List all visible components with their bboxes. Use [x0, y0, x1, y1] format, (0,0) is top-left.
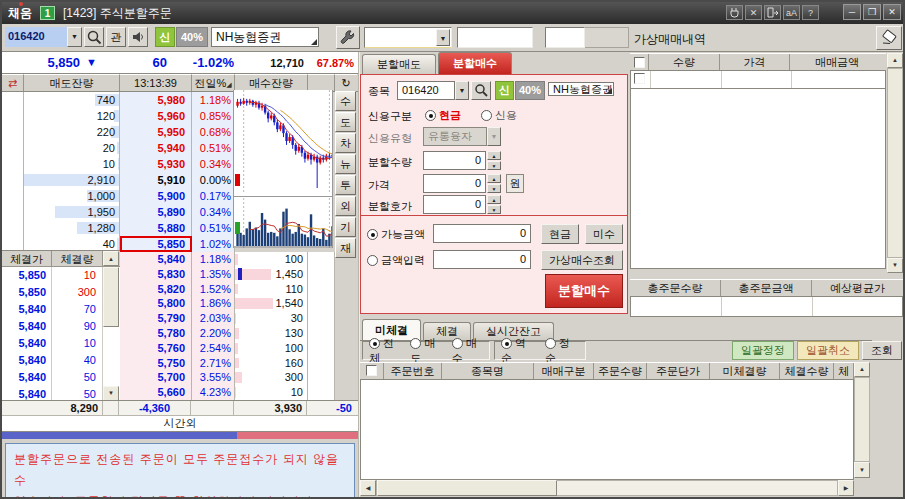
minimize-button[interactable]: ─: [843, 4, 861, 20]
refresh-icon[interactable]: ↻: [335, 74, 357, 91]
unfilled-col-매매구분[interactable]: 매매구분: [534, 363, 594, 379]
bid-qty-cell[interactable]: 100: [235, 252, 308, 267]
misu-button[interactable]: 미수: [585, 224, 623, 244]
unfilled-col-미체결량[interactable]: 미체결량: [710, 363, 780, 379]
side-tab-도[interactable]: 도: [335, 112, 356, 132]
bid-qty-cell[interactable]: 1,540: [235, 296, 308, 311]
unfilled-col-종목명[interactable]: 종목명: [442, 363, 534, 379]
pin-icon[interactable]: [726, 5, 743, 20]
ask-qty-cell[interactable]: 2,910: [24, 172, 120, 188]
split-qty-up[interactable]: ▲: [487, 151, 501, 160]
amount-input[interactable]: 0: [433, 250, 531, 269]
credit-radio[interactable]: 신용: [481, 108, 517, 123]
form-code-input[interactable]: 016420: [397, 81, 455, 100]
unfilled-scroll-up[interactable]: ▲: [854, 362, 870, 377]
side-tab-차[interactable]: 차: [335, 133, 356, 153]
bid-qty-cell[interactable]: 100: [235, 341, 308, 356]
조회-button[interactable]: 조회: [862, 341, 902, 360]
unfilled-scrollbar-track[interactable]: [854, 377, 870, 462]
unfilled-scroll-right[interactable]: ▶: [838, 480, 854, 496]
price-up[interactable]: ▲: [487, 174, 501, 183]
price-down[interactable]: ▼: [487, 184, 501, 193]
unfilled-col-체결수량[interactable]: 체결수량: [780, 363, 834, 379]
bid-price-cell[interactable]: 5,760: [120, 341, 192, 356]
bid-price-cell[interactable]: 5,750: [120, 356, 192, 371]
radio-전체[interactable]: 전체: [369, 336, 400, 366]
일괄취소-button[interactable]: 일괄취소: [797, 341, 859, 360]
split-hoga-down[interactable]: ▼: [487, 205, 501, 214]
일괄정정-button[interactable]: 일괄정정: [732, 341, 794, 360]
unfilled-hscrollbar-thumb[interactable]: [377, 480, 557, 496]
bid-price-cell[interactable]: 5,830: [120, 267, 192, 282]
ask-qty-cell[interactable]: 740: [24, 92, 120, 108]
form-stock-name[interactable]: NH농협증권: [548, 82, 614, 96]
tab-split-sell[interactable]: 분할매도: [362, 54, 436, 74]
side-tab-기[interactable]: 기: [335, 217, 356, 237]
virtual-row-checkbox[interactable]: [634, 73, 645, 84]
ask-price-cell[interactable]: 5,930: [120, 156, 192, 172]
pct-header[interactable]: 전일%◢: [192, 74, 235, 91]
ask-qty-cell[interactable]: 1,950: [24, 204, 120, 220]
side-tab-뉴[interactable]: 뉴: [335, 154, 356, 174]
bid-qty-cell[interactable]: 110: [235, 282, 308, 297]
search-icon[interactable]: [84, 27, 104, 47]
ask-qty-cell[interactable]: 120: [24, 108, 120, 124]
side-tab-외[interactable]: 외: [335, 196, 356, 216]
bid-qty-cell[interactable]: 10: [235, 385, 308, 400]
help-icon[interactable]: ?: [802, 5, 819, 20]
font-size-icon[interactable]: aA: [783, 5, 800, 20]
virtual-select-all[interactable]: [630, 54, 649, 70]
maximize-button[interactable]: ❒: [863, 4, 881, 20]
split-qty-input[interactable]: 0: [423, 151, 486, 170]
bid-price-cell[interactable]: 5,660: [120, 385, 192, 400]
ask-price-cell[interactable]: 5,910: [120, 172, 192, 188]
side-tab-재[interactable]: 재: [335, 238, 356, 258]
bid-qty-cell[interactable]: 30: [235, 311, 308, 326]
split-hoga-input[interactable]: 0: [423, 195, 486, 214]
bid-price-cell[interactable]: 5,800: [120, 296, 192, 311]
wrench-icon[interactable]: [336, 26, 360, 49]
gwan-button[interactable]: 관: [106, 27, 126, 47]
virtual-scroll-down[interactable]: ▼: [887, 258, 903, 273]
ask-price-cell[interactable]: 5,950: [120, 124, 192, 140]
virtual-buy-query-button[interactable]: 가상매수조회: [541, 250, 623, 270]
bid-price-cell[interactable]: 5,700: [120, 370, 192, 385]
unfilled-col-주문번호[interactable]: 주문번호: [384, 363, 442, 379]
bid-qty-cell[interactable]: 300: [235, 370, 308, 385]
amount-input-radio[interactable]: 금액입력: [367, 253, 425, 268]
unfilled-col-주문단가[interactable]: 주문단가: [647, 363, 710, 379]
avail-amount-input[interactable]: 0: [433, 224, 531, 243]
ask-qty-cell[interactable]: 1,000: [24, 188, 120, 204]
eraser-icon[interactable]: [876, 26, 902, 50]
radio-매수[interactable]: 매수: [452, 336, 483, 366]
price-input[interactable]: 0: [423, 174, 486, 193]
radio-매도[interactable]: 매도: [410, 336, 441, 366]
tick-scroll-down[interactable]: ▼: [103, 386, 119, 401]
ask-price-cell[interactable]: 5,960: [120, 108, 192, 124]
ask-price-cell[interactable]: 5,890: [120, 204, 192, 220]
quick-combo-dropdown[interactable]: ▼: [436, 29, 450, 46]
split-qty-down[interactable]: ▼: [487, 161, 501, 170]
radio-정순[interactable]: 정순: [545, 336, 579, 366]
quick-price-input[interactable]: [545, 27, 585, 48]
bid-price-cell[interactable]: 5,840: [120, 252, 192, 267]
side-tab-수[interactable]: 수: [335, 91, 356, 111]
code-dropdown-button[interactable]: ▼: [67, 27, 82, 47]
stock-code-input[interactable]: 016420: [5, 27, 67, 47]
ask-price-cell[interactable]: 5,940: [120, 140, 192, 156]
ask-price-cell[interactable]: 5,850: [120, 236, 192, 252]
speaker-icon[interactable]: [128, 27, 148, 47]
ask-qty-cell[interactable]: 10: [24, 156, 120, 172]
bid-qty-cell[interactable]: 1,450: [235, 267, 308, 282]
bid-price-cell[interactable]: 5,780: [120, 326, 192, 341]
quick-qty-input[interactable]: [457, 27, 533, 48]
form-code-dropdown[interactable]: ▼: [455, 81, 469, 100]
split-hoga-up[interactable]: ▲: [487, 195, 501, 204]
ask-price-cell[interactable]: 5,880: [120, 220, 192, 236]
bid-price-cell[interactable]: 5,820: [120, 282, 192, 297]
tick-scroll-up[interactable]: ▲: [103, 251, 119, 266]
ask-qty-cell[interactable]: 1,280: [24, 220, 120, 236]
tick-scrollbar-thumb[interactable]: [103, 267, 119, 327]
unfilled-hscrollbar-track[interactable]: [376, 480, 838, 496]
virtual-scroll-up[interactable]: ▲: [887, 53, 903, 68]
